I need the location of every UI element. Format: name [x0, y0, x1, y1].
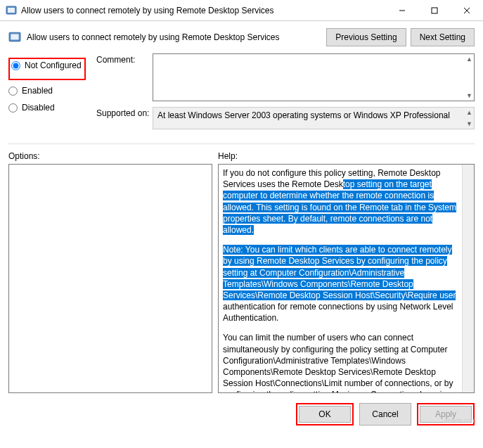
help-label: Help: — [218, 151, 238, 161]
comment-label: Comment: — [96, 53, 153, 101]
options-label: Options: — [8, 151, 218, 161]
fields: Comment: ▲ ▼ Supported on: At least Wind… — [96, 53, 475, 135]
supported-on-value: At least Windows Server 2003 operating s… — [157, 110, 450, 120]
highlight-ok: OK — [296, 403, 354, 425]
radio-enabled-label: Enabled — [22, 86, 53, 96]
next-setting-button[interactable]: Next Setting — [411, 28, 475, 46]
scroll-up-icon[interactable]: ▲ — [466, 109, 472, 116]
config-area: Not Configured Enabled Disabled Comment:… — [0, 51, 483, 141]
ok-button[interactable]: OK — [299, 406, 351, 423]
panel-labels: Options: Help: — [0, 147, 483, 164]
radio-not-configured-label: Not Configured — [25, 60, 82, 70]
window-title: Allow users to connect remotely by using… — [21, 6, 386, 15]
radio-not-configured[interactable]: Not Configured — [11, 60, 82, 70]
svg-rect-1 — [8, 8, 15, 13]
state-radios: Not Configured Enabled Disabled — [8, 53, 96, 135]
scroll-down-icon[interactable]: ▼ — [466, 120, 472, 127]
panels: If you do not configure this policy sett… — [0, 164, 483, 393]
svg-rect-3 — [432, 8, 437, 13]
cancel-button[interactable]: Cancel — [359, 403, 411, 425]
radio-disabled-label: Disabled — [22, 103, 55, 113]
help-paragraph-2: Note: You can limit which clients are ab… — [223, 244, 461, 324]
help-paragraph-1: If you do not configure this policy sett… — [223, 167, 461, 236]
scroll-down-icon[interactable]: ▼ — [466, 92, 472, 99]
supported-on-label: Supported on: — [96, 107, 153, 129]
policy-title: Allow users to connect remotely by using… — [27, 32, 322, 42]
radio-enabled-input[interactable] — [8, 87, 18, 96]
scrollbar[interactable] — [462, 165, 474, 392]
radio-not-configured-input[interactable] — [11, 61, 20, 70]
header: Allow users to connect remotely by using… — [0, 21, 483, 51]
radio-enabled[interactable]: Enabled — [8, 86, 96, 96]
titlebar: Allow users to connect remotely by using… — [0, 0, 483, 21]
maximize-button[interactable] — [418, 0, 451, 21]
svg-rect-7 — [11, 34, 18, 40]
radio-disabled[interactable]: Disabled — [8, 103, 96, 113]
close-button[interactable] — [451, 0, 483, 21]
scroll-up-icon[interactable]: ▲ — [466, 56, 472, 63]
help-panel[interactable]: If you do not configure this policy sett… — [218, 164, 475, 393]
footer: OK Cancel Apply — [0, 393, 483, 435]
watermark: wsxdn.com — [444, 417, 476, 424]
window-controls — [386, 0, 483, 21]
policy-icon — [8, 31, 21, 44]
policy-icon — [6, 5, 17, 16]
supported-on-box: At least Windows Server 2003 operating s… — [153, 107, 475, 129]
options-panel[interactable] — [8, 164, 212, 393]
minimize-button[interactable] — [386, 0, 418, 21]
comment-input[interactable]: ▲ ▼ — [153, 53, 475, 101]
radio-disabled-input[interactable] — [8, 103, 18, 113]
help-paragraph-3: You can limit the number of users who ca… — [223, 332, 461, 393]
divider — [8, 143, 475, 144]
highlight-not-configured: Not Configured — [8, 58, 86, 80]
previous-setting-button[interactable]: Previous Setting — [326, 28, 406, 46]
